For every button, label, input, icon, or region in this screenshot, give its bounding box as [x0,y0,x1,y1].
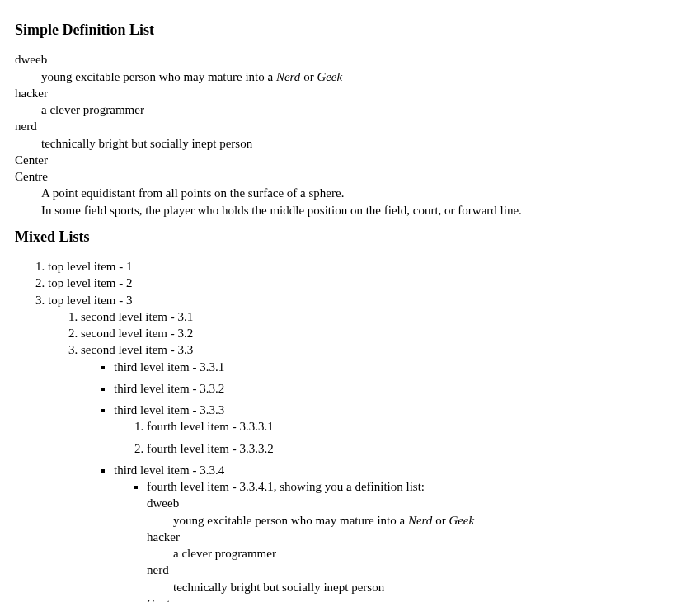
def-desc-hacker: a clever programmer [41,101,685,118]
def-term-center: Center [15,152,685,168]
ordered-list-level-1: top level item - 1 top level item - 2 to… [15,258,685,602]
list-item-label: fourth level item - 3.3.4.1, showing you… [147,480,425,493]
def-desc-dweeb-em2: Geek [449,514,474,527]
list-item: third level item - 3.3.2 [114,380,685,397]
list-item: top level item - 3 second level item - 3… [48,292,685,602]
def-term-nerd: nerd [147,562,685,578]
def-desc-dweeb-mid: or [300,70,317,83]
def-desc-dweeb-em1: Nerd [408,514,432,527]
list-item-label: third level item - 3.3.4 [114,463,224,477]
def-term-nerd: nerd [15,118,685,134]
def-term-hacker: hacker [15,85,685,101]
list-item: second level item - 3.3 third level item… [81,341,685,602]
unordered-list-level-4: fourth level item - 3.3.4.1, showing you… [114,478,685,602]
def-term-dweeb: dweeb [147,495,685,511]
list-item: fourth level item - 3.3.3.2 [147,440,685,457]
def-desc-center-2: In some field sports, the player who hol… [41,202,685,219]
list-item: third level item - 3.3.3 fourth level it… [114,402,685,457]
list-item: fourth level item - 3.3.4.1, showing you… [147,478,685,602]
def-desc-dweeb-pre: young excitable person who may mature in… [41,70,276,83]
heading-simple-definition-list: Simple Definition List [15,20,685,40]
list-item: second level item - 3.2 [81,325,685,341]
def-term-hacker: hacker [147,529,685,545]
ordered-list-level-2: second level item - 3.1 second level ite… [48,308,685,602]
definition-list: dweeb young excitable person who may mat… [15,51,685,219]
list-item: third level item - 3.3.4 fourth level it… [114,462,685,602]
def-desc-dweeb: young excitable person who may mature in… [173,512,685,529]
def-term-dweeb: dweeb [15,51,685,68]
def-desc-nerd: technically bright but socially inept pe… [173,579,685,595]
list-item: fourth level item - 3.3.3.1 [147,418,685,435]
def-desc-dweeb-em1: Nerd [276,70,300,83]
list-item: top level item - 1 [48,258,685,275]
ordered-list-level-4: fourth level item - 3.3.3.1 fourth level… [114,418,685,457]
list-item: top level item - 2 [48,275,685,291]
list-item-label: third level item - 3.3.3 [114,403,224,416]
heading-mixed-lists: Mixed Lists [15,227,685,247]
def-term-center: Center [147,595,685,602]
def-desc-nerd: technically bright but socially inept pe… [41,135,685,152]
def-desc-dweeb-mid: or [432,514,449,527]
def-desc-dweeb: young excitable person who may mature in… [41,68,685,85]
def-desc-dweeb-pre: young excitable person who may mature in… [173,514,408,527]
list-item: second level item - 3.1 [81,308,685,325]
document-page: Simple Definition List dweeb young excit… [0,0,700,602]
nested-definition-list: dweeb young excitable person who may mat… [147,495,685,602]
list-item: third level item - 3.3.1 [114,359,685,375]
def-desc-center-1: A point equidistant from all points on t… [41,185,685,201]
def-term-centre: Centre [15,168,685,185]
list-item-label: second level item - 3.3 [81,343,193,356]
def-desc-dweeb-em2: Geek [317,70,342,83]
unordered-list-level-3: third level item - 3.3.1 third level ite… [81,359,685,602]
def-desc-hacker: a clever programmer [173,545,685,562]
list-item-label: top level item - 3 [48,294,132,307]
